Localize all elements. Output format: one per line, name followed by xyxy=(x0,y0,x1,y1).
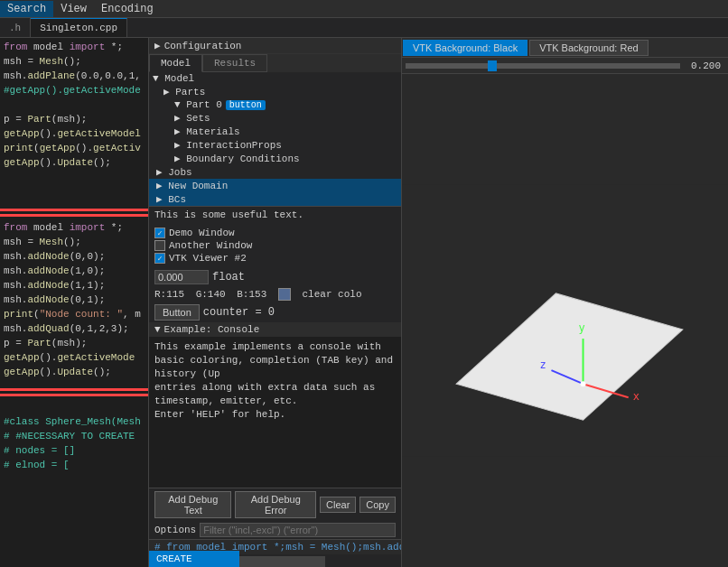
svg-text:y: y xyxy=(579,321,585,334)
tree-model-root[interactable]: ▼ Model xyxy=(149,72,401,85)
code-line: msh.addNode(1,1); xyxy=(4,278,145,293)
bottom-bar: CREATE xyxy=(149,551,239,567)
add-debug-text-button[interactable]: Add Debug Text xyxy=(154,491,231,518)
copy-button[interactable]: Copy xyxy=(359,497,396,513)
config-arrow: ▶ xyxy=(154,40,161,51)
clear-color-label: clear colo xyxy=(302,289,361,300)
checkbox-vtk-viewer[interactable]: ✓ VTK Viewer #2 xyxy=(154,252,396,265)
code-area-2[interactable]: from model import *; msh = Mesh(); msh.a… xyxy=(0,218,148,387)
cb-demo-window-label: Demo Window xyxy=(169,228,235,238)
part0-label: Part 0 xyxy=(186,99,222,110)
button-counter-row: Button counter = 0 xyxy=(149,302,401,322)
code-line: from model import *; xyxy=(4,220,145,235)
menu-search[interactable]: Search xyxy=(0,1,53,17)
vtk-scene-svg: x y z xyxy=(402,74,728,567)
menu-view[interactable]: View xyxy=(53,1,94,17)
g-value: G:140 xyxy=(196,289,226,300)
console-collapse-arrow: ▼ xyxy=(154,324,161,335)
console-header-label: Example: Console xyxy=(164,324,260,335)
clear-button[interactable]: Clear xyxy=(320,497,356,513)
vtk-viewport[interactable]: x y z xyxy=(402,74,728,567)
rgb-row: R:115 G:140 B:153 clear colo xyxy=(149,286,401,302)
tab-bar: .h Singleton.cpp xyxy=(0,18,728,38)
create-label: CREATE xyxy=(156,553,192,564)
code-area-3[interactable]: #class Sphere_Mesh(Mesh # #NECESSARY TO … xyxy=(0,398,148,567)
code-line: #class Sphere_Mesh(Mesh xyxy=(4,414,145,429)
tab-singleton[interactable]: Singleton.cpp xyxy=(31,18,127,37)
jobs-arrow: ▶ xyxy=(156,166,163,178)
checkbox-demo-window[interactable]: ✓ Demo Window xyxy=(154,227,396,239)
middle-panel: ▶ Configuration Model Results ▼ Model ▶ … xyxy=(149,38,402,567)
counter-button[interactable]: Button xyxy=(154,304,200,321)
tree-bcs[interactable]: ▶ BCs xyxy=(149,192,401,206)
code-line: msh.addNode(0,1); xyxy=(4,293,145,307)
cb-demo-window-box[interactable]: ✓ xyxy=(154,228,165,238)
bcs-label: BCs xyxy=(168,194,186,205)
tree-new-domain[interactable]: ▶ New Domain xyxy=(149,179,401,192)
tab-h[interactable]: .h xyxy=(0,18,31,37)
materials-arrow: ▶ xyxy=(174,125,181,137)
float-input-row: float xyxy=(149,268,401,286)
code-line: msh.addPlane(0.0,0.0,1, xyxy=(4,69,145,83)
parts-label: Parts xyxy=(175,87,205,98)
vtk-slider[interactable] xyxy=(406,63,680,69)
code-line: msh = Mesh(); xyxy=(4,54,145,69)
code-divider-1 xyxy=(0,209,148,211)
vtk-toolbar: VTK Background: Black VTK Background: Re… xyxy=(402,38,728,58)
options-label: Options xyxy=(154,525,196,535)
materials-label: Materials xyxy=(186,126,239,137)
configuration-label: Configuration xyxy=(164,41,242,51)
console-help-text: Enter 'HELP' for help. xyxy=(154,408,396,422)
cb-another-window-box[interactable] xyxy=(154,240,165,251)
tree-interaction-props[interactable]: ▶ InteractionProps xyxy=(149,138,401,152)
menu-bar: Search View Encoding xyxy=(0,0,728,18)
tree-jobs[interactable]: ▶ Jobs xyxy=(149,165,401,179)
vtk-slider-thumb[interactable] xyxy=(488,60,497,71)
code-line: print("Node count: ", m xyxy=(4,307,145,321)
b-value: B:153 xyxy=(237,289,266,300)
svg-text:z: z xyxy=(539,358,546,371)
code-divider-4 xyxy=(0,394,148,396)
vtk-bg-red-button[interactable]: VTK Background: Red xyxy=(529,40,648,56)
jobs-label: Jobs xyxy=(168,167,191,178)
console-header[interactable]: ▼ Example: Console xyxy=(149,322,401,337)
bcs-arrow: ▶ xyxy=(156,193,163,205)
cb-vtk-viewer-box[interactable]: ✓ xyxy=(154,253,165,264)
filter-input[interactable] xyxy=(200,523,396,537)
tab-model[interactable]: Model xyxy=(149,54,202,72)
svg-point-8 xyxy=(581,381,586,386)
tree-materials[interactable]: ▶ Materials xyxy=(149,125,401,138)
part0-badge: button xyxy=(226,100,266,110)
options-filter-row: Options xyxy=(149,521,401,539)
cb-another-window-label: Another Window xyxy=(169,240,252,251)
add-debug-error-button[interactable]: Add Debug Error xyxy=(235,491,316,518)
main-layout: from model import *; msh = Mesh(); msh.a… xyxy=(0,38,728,567)
vtk-bg-black-button[interactable]: VTK Background: Black xyxy=(403,40,527,56)
float-input[interactable] xyxy=(154,270,209,284)
checkbox-another-window[interactable]: Another Window xyxy=(154,239,396,252)
interaction-label: InteractionProps xyxy=(186,140,282,151)
code-area-1[interactable]: from model import *; msh = Mesh(); msh.a… xyxy=(0,38,148,207)
model-arrow: ▼ xyxy=(153,73,159,84)
sets-arrow: ▶ xyxy=(174,112,181,124)
tree-part0[interactable]: ▼ Part 0 button xyxy=(149,98,401,111)
configuration-item[interactable]: ▶ Configuration xyxy=(149,38,401,54)
vtk-slider-row: 0.200 xyxy=(402,58,728,74)
r-value: R:115 xyxy=(154,289,184,300)
tree-boundary[interactable]: ▶ Boundary Conditions xyxy=(149,152,401,165)
code-line: getApp().Update(); xyxy=(4,155,145,170)
svg-text:x: x xyxy=(633,390,639,403)
code-line: getApp().Update(); xyxy=(4,365,145,379)
cb-vtk-viewer-label: VTK Viewer #2 xyxy=(169,253,247,264)
code-line: # elnod = [ xyxy=(4,458,145,472)
boundary-arrow: ▶ xyxy=(174,153,181,164)
color-preview[interactable] xyxy=(278,288,291,301)
tab-results[interactable]: Results xyxy=(202,54,267,72)
console-description-1: This example implements a console with b… xyxy=(154,340,396,381)
menu-encoding[interactable]: Encoding xyxy=(94,1,161,17)
tree-sets[interactable]: ▶ Sets xyxy=(149,111,401,125)
code-line: # nodes = [] xyxy=(4,443,145,458)
counter-value: counter = 0 xyxy=(203,306,275,319)
tree-parts[interactable]: ▶ Parts xyxy=(149,85,401,98)
code-line: p = Part(msh); xyxy=(4,112,145,126)
